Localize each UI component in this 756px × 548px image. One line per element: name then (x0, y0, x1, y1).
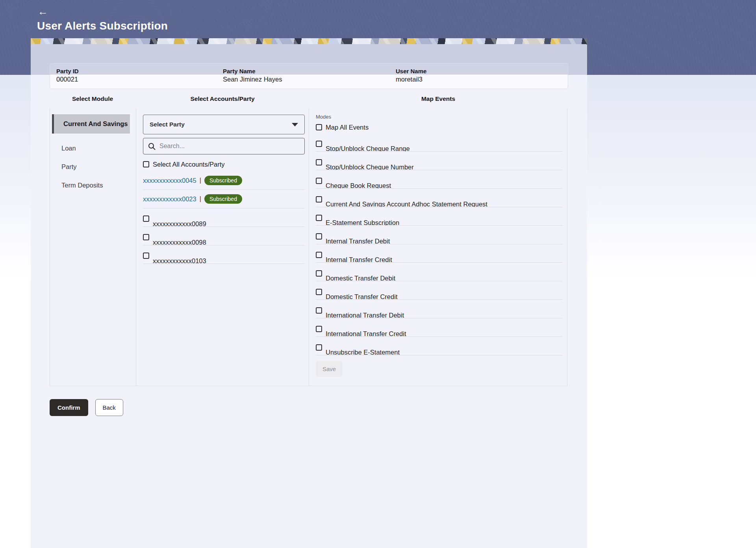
event-row: Current And Savings Account Adhoc Statem… (316, 189, 562, 207)
map-all-events-checkbox[interactable] (316, 124, 322, 130)
user-name-label: User Name (396, 68, 426, 74)
event-label: Domestic Transfer Credit (326, 292, 397, 300)
event-row: Domestic Transfer Credit (316, 281, 562, 300)
save-button[interactable]: Save (316, 361, 343, 377)
page-title: User Alerts Subscription (37, 20, 168, 32)
event-checkbox[interactable] (316, 344, 322, 351)
event-label: Domestic Transfer Debit (326, 274, 395, 281)
module-item-label: Loan (61, 145, 76, 152)
event-checkbox[interactable] (316, 233, 322, 240)
event-checkbox[interactable] (316, 196, 322, 202)
map-all-events-row: Map All Events (316, 121, 567, 133)
select-all-row: Select All Accounts/Party (143, 160, 305, 169)
separator: | (200, 195, 201, 202)
event-checkbox[interactable] (316, 326, 322, 332)
chevron-down-icon (292, 123, 298, 126)
account-link[interactable]: xxxxxxxxxxxx0023 (143, 195, 196, 203)
module-item-label: Party (61, 163, 77, 171)
event-checkbox[interactable] (316, 178, 322, 184)
account-list: xxxxxxxxxxxx0045 | Subscribed xxxxxxxxxx… (143, 171, 305, 264)
back-arrow-icon[interactable]: ← (38, 6, 48, 17)
event-checkbox[interactable] (316, 141, 322, 147)
separator: | (200, 177, 201, 184)
section-header-select-module: Select Module (72, 95, 113, 102)
footer-actions: Confirm Back (50, 399, 123, 416)
account-number: xxxxxxxxxxxx0089 (153, 219, 206, 227)
select-party-dropdown[interactable]: Select Party (143, 115, 305, 134)
event-row: International Transfer Credit (316, 318, 562, 337)
select-party-label: Select Party (150, 121, 185, 128)
event-row: E-Statement Subscription (316, 207, 562, 226)
account-checkbox[interactable] (143, 253, 149, 259)
account-number: xxxxxxxxxxxx0098 (153, 238, 206, 245)
event-label: Internal Transfer Credit (326, 255, 392, 263)
event-label: E-Statement Subscription (326, 218, 399, 226)
account-number: xxxxxxxxxxxx0103 (153, 256, 206, 264)
event-row: Internal Transfer Debit (316, 226, 562, 244)
event-row: Cheque Book Request (316, 170, 562, 189)
event-label: International Transfer Debit (326, 311, 404, 318)
modes-label: Modes (316, 114, 567, 120)
event-checkbox[interactable] (316, 270, 322, 277)
module-item[interactable]: Term Deposits (50, 176, 136, 195)
module-item-label: Term Deposits (61, 182, 103, 189)
event-label: Unsubscribe E-Statement (326, 348, 400, 355)
party-id-value: 000021 (56, 76, 79, 83)
search-box[interactable] (143, 138, 305, 154)
event-checkbox[interactable] (316, 215, 322, 221)
confirm-button[interactable]: Confirm (50, 399, 88, 416)
party-name-label: Party Name (223, 68, 282, 74)
event-checkbox[interactable] (316, 252, 322, 258)
event-row: Stop/Unblock Cheque Number (316, 152, 562, 170)
account-row: xxxxxxxxxxxx0089 (143, 208, 305, 227)
event-label: Cheque Book Request (326, 181, 391, 189)
module-item[interactable]: Party (50, 158, 136, 176)
map-all-events-label: Map All Events (326, 124, 369, 131)
module-list: Current And Savings Loan Party Term Depo… (50, 108, 136, 386)
event-label: Stop/Unblock Cheque Number (326, 163, 414, 170)
event-checkbox[interactable] (316, 159, 322, 165)
event-label: Stop/Unblock Cheque Range (326, 144, 410, 152)
section-header-select-accounts: Select Accounts/Party (190, 95, 254, 102)
event-label: Internal Transfer Debit (326, 237, 390, 244)
search-input[interactable] (159, 143, 293, 150)
event-checkbox[interactable] (316, 289, 322, 295)
event-label: International Transfer Credit (326, 329, 406, 337)
module-item[interactable]: Current And Savings (52, 114, 130, 134)
party-id-group: Party ID 000021 (56, 68, 79, 83)
event-row: Unsubscribe E-Statement (316, 337, 562, 355)
account-row: xxxxxxxxxxxx0103 (143, 245, 305, 264)
event-row: International Transfer Debit (316, 300, 562, 318)
module-item[interactable]: Loan (50, 139, 136, 158)
subscribed-badge: Subscribed (204, 176, 242, 185)
party-name-group: Party Name Sean Jiminez Hayes (223, 68, 282, 83)
select-all-label: Select All Accounts/Party (153, 161, 225, 168)
party-info-box: Party ID 000021 Party Name Sean Jiminez … (50, 63, 568, 89)
account-checkbox[interactable] (143, 234, 149, 240)
events-column: Modes Map All Events Stop/Unblock Cheque… (309, 108, 567, 386)
event-list: Stop/Unblock Cheque Range Stop/Unblock C… (316, 133, 567, 355)
selection-panel: Current And Savings Loan Party Term Depo… (50, 108, 567, 386)
party-name-value: Sean Jiminez Hayes (223, 76, 282, 83)
account-link[interactable]: xxxxxxxxxxxx0045 (143, 177, 196, 184)
party-id-label: Party ID (56, 68, 79, 74)
select-all-checkbox[interactable] (143, 161, 149, 167)
back-button[interactable]: Back (95, 399, 123, 416)
event-label: Current And Savings Account Adhoc Statem… (326, 200, 487, 207)
section-header-map-events: Map Events (421, 95, 455, 102)
search-icon (148, 143, 156, 150)
subscribed-badge: Subscribed (204, 194, 242, 204)
account-checkbox[interactable] (143, 215, 149, 222)
event-row: Domestic Transfer Debit (316, 263, 562, 281)
user-name-group: User Name moretail3 (396, 68, 426, 83)
event-row: Stop/Unblock Cheque Range (316, 133, 562, 152)
decorative-banner (31, 38, 587, 45)
account-row: xxxxxxxxxxxx0023 | Subscribed (143, 190, 305, 208)
account-row: xxxxxxxxxxxx0045 | Subscribed (143, 171, 305, 190)
accounts-column: Select Party Select All Accounts/Party x… (136, 108, 309, 386)
module-item-label: Current And Savings (63, 120, 128, 128)
account-row: xxxxxxxxxxxx0098 (143, 227, 305, 245)
user-name-value: moretail3 (396, 76, 426, 83)
event-checkbox[interactable] (316, 307, 322, 314)
event-row: Internal Transfer Credit (316, 244, 562, 263)
